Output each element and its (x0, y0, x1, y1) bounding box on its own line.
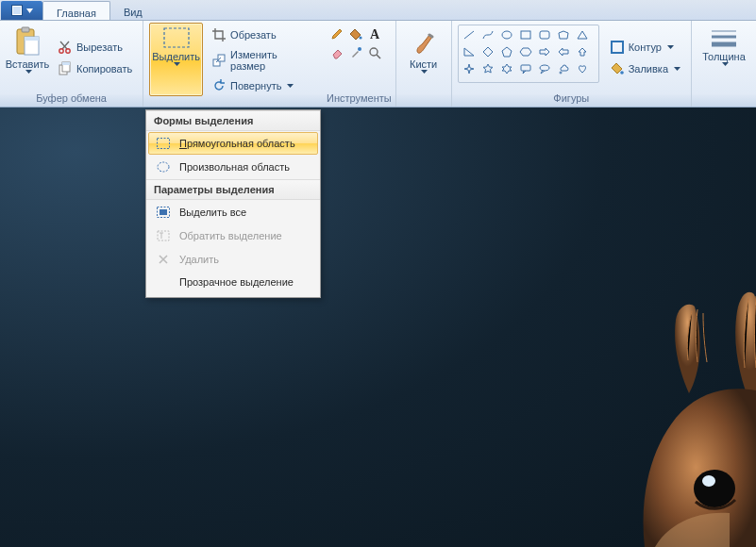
shape-hexagon[interactable] (517, 44, 534, 59)
chevron-down-icon (25, 70, 32, 74)
file-menu-button[interactable] (1, 1, 42, 20)
copy-button[interactable]: Копировать (53, 58, 137, 79)
shape-arrow-right[interactable] (536, 44, 553, 59)
tab-home[interactable]: Главная (42, 1, 110, 20)
chevron-down-icon (667, 45, 674, 49)
copy-icon (58, 61, 73, 76)
cut-label: Вырезать (76, 41, 123, 53)
ribbon: Вставить Вырезать Копировать Буфер обмен… (0, 21, 756, 108)
rotate-label: Повернуть (230, 80, 281, 91)
brushes-button[interactable]: Кисти (402, 23, 445, 91)
menu-item-rectangular-selection[interactable]: Прямоугольная область (148, 132, 318, 155)
svg-point-30 (158, 162, 169, 172)
svg-point-16 (358, 47, 361, 51)
crop-button[interactable]: Обрезать (207, 25, 317, 45)
shape-rect[interactable] (517, 27, 534, 42)
menu-item-transparent-selection[interactable]: Прозрачное выделение (148, 272, 318, 292)
invert-icon (156, 229, 171, 242)
shape-right-triangle[interactable] (461, 44, 478, 59)
group-shapes: Контур Заливка Фигуры (452, 21, 692, 107)
shape-callout-oval[interactable] (536, 61, 553, 76)
rotate-icon (211, 78, 227, 93)
select-dropdown: Формы выделения Прямоугольная область Пр… (145, 109, 321, 298)
dropdown-header-shapes: Формы выделения (146, 110, 320, 131)
svg-rect-1 (13, 7, 21, 14)
canvas[interactable] (0, 108, 756, 547)
shape-heart[interactable] (574, 61, 591, 76)
tab-view[interactable]: Вид (110, 0, 156, 20)
menu-item-select-all[interactable]: Выделить все (148, 201, 318, 224)
svg-rect-10 (62, 62, 70, 65)
eyedropper-icon (349, 46, 362, 59)
tool-fill[interactable] (347, 25, 364, 42)
menu-item-label: Прозрачное выделение (179, 276, 294, 288)
copy-label: Копировать (76, 63, 132, 75)
group-image: Выделить Обрезать Изменить размер Поверн… (143, 21, 323, 107)
thickness-label: Толщина (702, 51, 746, 62)
svg-point-18 (502, 31, 512, 39)
select-all-icon (156, 206, 171, 219)
delete-icon (156, 253, 171, 266)
svg-rect-5 (25, 37, 39, 41)
shape-polygon[interactable] (555, 27, 572, 42)
shape-star5[interactable] (479, 61, 496, 76)
tool-eraser[interactable] (328, 44, 345, 61)
shape-pentagon[interactable] (498, 44, 515, 59)
shape-diamond[interactable] (479, 44, 496, 59)
svg-rect-13 (218, 55, 225, 61)
tool-picker[interactable] (347, 44, 364, 61)
svg-point-7 (66, 48, 70, 52)
svg-rect-20 (540, 31, 549, 39)
tab-label: Главная (57, 8, 96, 19)
selection-rect-icon (162, 26, 191, 49)
fill-icon (610, 61, 625, 76)
fill-button[interactable]: Заливка (605, 58, 685, 79)
svg-point-17 (370, 48, 378, 56)
bucket-icon (349, 27, 362, 41)
shapes-gallery[interactable] (458, 25, 599, 83)
menu-item-invert-selection: Обратить выделение (148, 224, 318, 247)
svg-rect-29 (158, 139, 170, 149)
crop-label: Обрезать (230, 29, 277, 41)
outline-button[interactable]: Контур (605, 37, 685, 58)
tool-pencil[interactable] (328, 25, 345, 42)
cut-button[interactable]: Вырезать (53, 37, 137, 58)
pencil-icon (330, 27, 344, 41)
canvas-image (529, 283, 756, 547)
menu-item-freeform-selection[interactable]: Произвольная область (148, 156, 318, 178)
shape-triangle[interactable] (574, 27, 591, 42)
shape-callout-rect[interactable] (517, 61, 534, 76)
shape-oval[interactable] (498, 27, 515, 42)
thickness-button[interactable]: Толщина (697, 23, 750, 91)
shape-roundrect[interactable] (536, 27, 553, 42)
svg-rect-24 (612, 41, 623, 53)
menu-item-delete: Удалить (148, 248, 318, 271)
resize-button[interactable]: Изменить размер (207, 46, 317, 75)
svg-point-35 (702, 475, 715, 487)
tool-zoom[interactable] (366, 44, 383, 61)
shape-star4[interactable] (461, 61, 478, 76)
shape-arrow-up[interactable] (574, 44, 591, 59)
chevron-down-icon (722, 62, 729, 66)
menu-item-label: Обратить выделение (179, 230, 282, 241)
tool-text[interactable]: A (366, 25, 383, 42)
shape-star6[interactable] (498, 61, 515, 76)
crop-icon (211, 27, 227, 42)
shape-arrow-left[interactable] (555, 44, 572, 59)
titlebar: Главная Вид (0, 0, 756, 21)
group-brushes: Кисти . (396, 21, 452, 107)
shape-curve[interactable] (479, 27, 496, 42)
chevron-down-icon (421, 70, 428, 74)
select-button[interactable]: Выделить (149, 23, 203, 96)
shape-line[interactable] (461, 27, 478, 42)
chevron-down-icon (674, 67, 680, 71)
rotate-button[interactable]: Повернуть (207, 75, 317, 96)
shape-callout-cloud[interactable] (555, 61, 572, 76)
svg-rect-19 (521, 31, 530, 39)
group-label-tools: Инструменты (327, 91, 392, 107)
selection-freeform-icon (156, 160, 171, 174)
group-clipboard: Вставить Вырезать Копировать Буфер обмен… (0, 21, 143, 107)
paste-button[interactable]: Вставить (6, 23, 49, 91)
svg-rect-32 (160, 209, 167, 215)
outline-icon (610, 40, 625, 55)
